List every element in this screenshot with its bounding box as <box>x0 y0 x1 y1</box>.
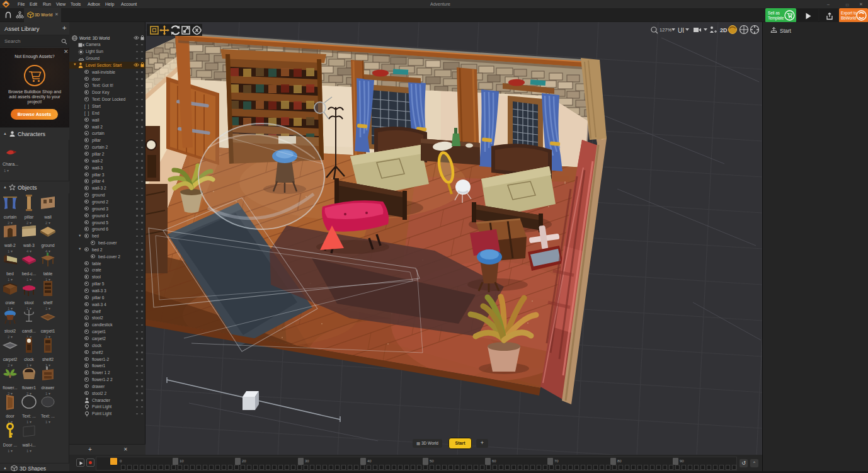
svg-text:UI: UI <box>678 27 684 34</box>
svg-text:127%: 127% <box>660 27 672 33</box>
svg-text:2D: 2D <box>720 27 728 33</box>
